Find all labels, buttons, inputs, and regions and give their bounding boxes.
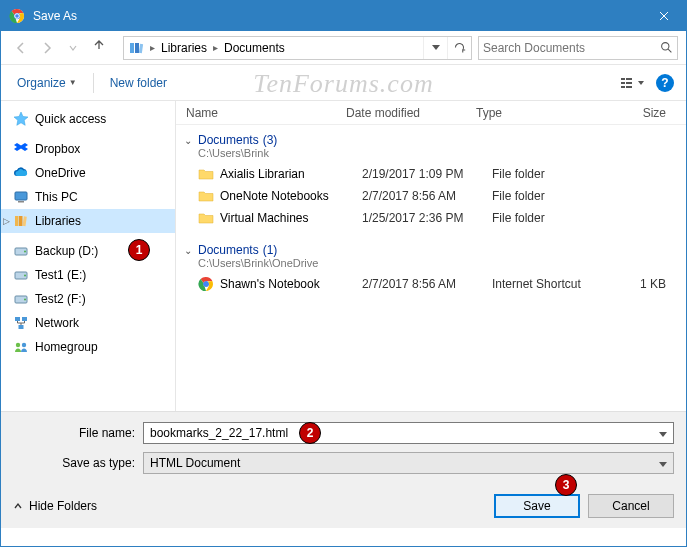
sidebar-item-label: Network [35, 316, 79, 330]
chevron-down-icon: ⌄ [182, 135, 194, 146]
view-options-button[interactable] [618, 73, 648, 93]
svg-rect-11 [626, 82, 632, 84]
svg-rect-3 [130, 43, 134, 53]
svg-rect-15 [15, 216, 19, 226]
svg-rect-5 [139, 43, 143, 52]
sidebar-item-label: This PC [35, 190, 78, 204]
sidebar-item-label: Test1 (E:) [35, 268, 86, 282]
address-dropdown[interactable] [423, 37, 447, 59]
savetype-label: Save as type: [13, 456, 143, 470]
drive-icon [13, 243, 29, 259]
chevron-right-icon[interactable]: ▸ [148, 42, 157, 53]
group-header[interactable]: ⌄Documents (3) [176, 129, 686, 147]
up-button[interactable] [91, 37, 113, 59]
onedrive-icon [13, 165, 29, 181]
address-bar[interactable]: ▸ Libraries ▸ Documents [123, 36, 472, 60]
column-size[interactable]: Size [596, 106, 686, 120]
svg-rect-24 [15, 317, 20, 321]
item-date: 2/7/2017 8:56 AM [362, 189, 492, 203]
sidebar-item-this-pc[interactable]: This PC [1, 185, 175, 209]
item-date: 1/25/2017 2:36 PM [362, 211, 492, 225]
chrome-icon [198, 276, 214, 292]
svg-rect-14 [18, 201, 24, 203]
sidebar-item-test2-f-[interactable]: Test2 (F:) [1, 287, 175, 311]
file-list-pane: Name Date modified Type Size ⌄Documents … [176, 101, 686, 411]
forward-button[interactable] [35, 36, 59, 60]
search-input[interactable] [483, 41, 660, 55]
close-button[interactable] [641, 1, 686, 31]
svg-rect-4 [135, 43, 139, 53]
list-item[interactable]: Shawn's Notebook2/7/2017 8:56 AMInternet… [176, 273, 686, 295]
search-box[interactable] [478, 36, 678, 60]
sidebar-item-label: Backup (D:) [35, 244, 98, 258]
list-item[interactable]: Virtual Machines1/25/2017 2:36 PMFile fo… [176, 207, 686, 229]
svg-rect-25 [22, 317, 27, 321]
hide-folders-button[interactable]: Hide Folders [13, 499, 97, 513]
item-name: Axialis Librarian [220, 167, 362, 181]
item-name: Virtual Machines [220, 211, 362, 225]
savetype-combo[interactable]: HTML Document [143, 452, 674, 474]
svg-point-28 [22, 343, 26, 347]
new-folder-button[interactable]: New folder [106, 72, 171, 94]
svg-rect-13 [15, 192, 27, 200]
refresh-button[interactable] [447, 37, 471, 59]
expand-icon[interactable]: ▷ [1, 216, 11, 226]
group-title: Documents [198, 243, 259, 257]
filename-input[interactable] [150, 426, 659, 440]
group-header[interactable]: ⌄Documents (1) [176, 239, 686, 257]
dropbox-icon [13, 141, 29, 157]
filename-dropdown[interactable] [659, 426, 667, 440]
column-name[interactable]: Name [176, 106, 346, 120]
breadcrumb-root[interactable]: Libraries [157, 41, 211, 55]
cancel-button[interactable]: Cancel [588, 494, 674, 518]
column-date[interactable]: Date modified [346, 106, 476, 120]
network-icon [13, 315, 29, 331]
sidebar-item-label: Test2 (F:) [35, 292, 86, 306]
list-item[interactable]: OneNote Notebooks2/7/2017 8:56 AMFile fo… [176, 185, 686, 207]
star-icon [13, 111, 29, 127]
chevron-right-icon[interactable]: ▸ [211, 42, 220, 53]
sidebar-item-onedrive[interactable]: OneDrive [1, 161, 175, 185]
item-name: OneNote Notebooks [220, 189, 362, 203]
callout-2: 2 [299, 422, 321, 444]
folder-icon [198, 188, 214, 204]
help-button[interactable]: ? [656, 74, 674, 92]
sidebar-item-label: Quick access [35, 112, 106, 126]
svg-rect-8 [621, 82, 625, 84]
drive-icon [13, 291, 29, 307]
item-date: 2/19/2017 1:09 PM [362, 167, 492, 181]
save-button[interactable]: Save [494, 494, 580, 518]
back-button[interactable] [9, 36, 33, 60]
sidebar-item-dropbox[interactable]: Dropbox [1, 137, 175, 161]
savetype-value: HTML Document [150, 456, 240, 470]
group-path: C:\Users\Brink [176, 147, 686, 159]
sidebar-item-libraries[interactable]: ▷Libraries [1, 209, 175, 233]
svg-point-2 [15, 14, 20, 19]
organize-button[interactable]: Organize ▼ [13, 72, 81, 94]
svg-point-27 [16, 343, 20, 347]
svg-point-23 [24, 299, 26, 301]
sidebar-item-test1-e-[interactable]: Test1 (E:) [1, 263, 175, 287]
item-type: File folder [492, 211, 612, 225]
libraries-icon [13, 213, 29, 229]
libraries-icon [128, 40, 144, 56]
item-size: 1 KB [612, 277, 686, 291]
item-type: File folder [492, 189, 612, 203]
recent-dropdown[interactable] [61, 36, 85, 60]
savetype-dropdown-icon [659, 456, 667, 470]
thispc-icon [13, 189, 29, 205]
svg-rect-17 [23, 216, 27, 226]
search-icon [660, 41, 673, 54]
chevron-down-icon: ⌄ [182, 245, 194, 256]
filename-field-wrap [143, 422, 674, 444]
column-type[interactable]: Type [476, 106, 596, 120]
item-type: File folder [492, 167, 612, 181]
item-name: Shawn's Notebook [220, 277, 362, 291]
list-item[interactable]: Axialis Librarian2/19/2017 1:09 PMFile f… [176, 163, 686, 185]
svg-point-19 [24, 251, 26, 253]
sidebar-item-network[interactable]: Network [1, 311, 175, 335]
folder-icon [198, 166, 214, 182]
sidebar-item-homegroup[interactable]: Homegroup [1, 335, 175, 359]
sidebar-item-quick-access[interactable]: Quick access [1, 107, 175, 131]
breadcrumb-current[interactable]: Documents [220, 41, 289, 55]
